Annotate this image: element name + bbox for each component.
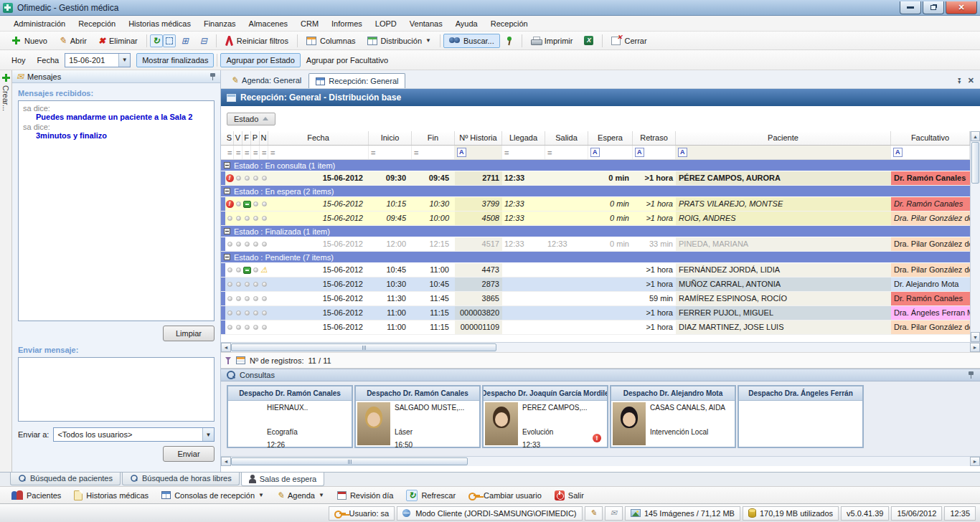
filter-cell[interactable]: = [242,146,251,159]
table-row[interactable]: 15-06-2012 10:45 11:00 4473 >1 hora FERN… [221,263,970,277]
abrir-button[interactable]: Abrir [53,32,93,49]
filter-cell[interactable]: A [891,146,970,159]
excel-export-button[interactable] [578,33,599,48]
menu-item-finanzas[interactable]: Finanzas [197,17,242,30]
vertical-scrollbar[interactable]: ▲ ▼ [970,131,980,342]
filter-cell[interactable]: = [502,146,545,159]
group-by-estado-chip[interactable]: Estado [227,113,275,125]
filter-cell[interactable]: A [588,146,633,159]
filter-cell[interactable]: = [545,146,588,159]
menu-item-lopd[interactable]: LOPD [369,17,403,30]
table-row[interactable]: 15-06-2012 11:00 11:15 000003820 >1 hora… [221,306,970,321]
column-header-retraso[interactable]: Retraso [633,131,676,145]
scrollbar-thumb[interactable] [231,457,468,465]
column-header-historia[interactable]: Nº Historia [455,131,502,145]
eliminar-button[interactable]: Eliminar [93,33,143,49]
column-header-n[interactable]: N [260,131,268,145]
table-row[interactable]: 15-06-2012 09:45 10:00 4508 12:33 0 min … [221,212,970,226]
consulta-card-5[interactable]: Despacho Dra. Ángeles Ferrán [738,385,864,448]
hoy-button[interactable]: Hoy [6,53,32,67]
distribucion-button[interactable]: Distribución▼ [362,34,437,48]
chevron-down-icon[interactable]: ▼ [202,428,214,441]
scrollbar-thumb[interactable] [971,142,979,184]
filter-cell[interactable]: = [251,146,260,159]
crear-label[interactable]: Crear... [1,85,10,111]
menu-item-recepcion[interactable]: Recepción [72,17,122,30]
consultas-horizontal-scrollbar[interactable]: ◄ ► [221,456,980,466]
filter-cell[interactable]: = [260,146,268,159]
column-header-p[interactable]: P [251,131,260,145]
column-header-llegada[interactable]: Llegada [502,131,545,145]
scroll-right-icon[interactable]: ► [970,343,980,352]
group-row-en-espera[interactable]: Estado : En espera (2 items) [221,186,970,197]
consulta-card-3[interactable]: Despacho Dr. Joaquín García Mordile PÉRE… [482,385,608,448]
collapse-groups-button[interactable] [194,33,213,49]
historias-medicas-button[interactable]: Historias médicas [68,488,154,503]
chevron-down-icon[interactable]: ▼ [118,54,130,67]
table-row[interactable]: 15-06-2012 09:30 09:45 2711 12:33 0 min … [221,171,970,186]
pin-icon[interactable] [968,371,974,379]
filter-cell[interactable]: = [369,146,412,159]
menu-item-ventanas[interactable]: Ventanas [403,17,449,30]
tab-recepcion-general[interactable]: Recepción: General [308,73,405,88]
scroll-left-icon[interactable]: ◄ [221,343,231,352]
collapse-icon[interactable] [224,254,230,260]
scroll-left-icon[interactable]: ◄ [221,457,231,466]
filter-cell[interactable]: = [234,146,242,159]
group-row-pendiente[interactable]: Estado : Pendiente (7 items) [221,252,970,263]
message-input[interactable] [18,357,215,422]
tab-list-icon[interactable]: ▼▼ [957,78,962,84]
columnas-button[interactable]: Columnas [301,34,362,48]
pin-button[interactable] [500,33,519,48]
column-header-f[interactable]: F [242,131,251,145]
status-edit-button[interactable] [585,506,603,521]
table-row[interactable]: 15-06-2012 11:30 11:45 3865 59 min RAMÍR… [221,292,970,306]
fecha-combobox[interactable]: 15-06-201 ▼ [65,53,131,67]
expand-groups-button[interactable] [176,33,194,49]
table-row[interactable]: 15-06-2012 12:00 12:15 4517 12:33 12:33 … [221,237,970,252]
menu-item-recepcion-2[interactable]: Recepción [484,17,534,30]
collapse-icon[interactable] [224,162,230,169]
imprimir-button[interactable]: Imprimir [525,34,579,48]
tab-busqueda-pacientes[interactable]: Búsqueda de pacientes [10,473,121,485]
scroll-up-icon[interactable]: ▲ [971,131,980,141]
buscar-button[interactable]: Buscar... [443,34,500,48]
consulta-card-1[interactable]: Despacho Dr. Ramón Canales HIERNAUX.. Ec… [227,385,353,448]
pacientes-button[interactable]: Pacientes [6,488,67,503]
close-button[interactable]: ✕ [946,1,977,14]
tab-agenda-general[interactable]: Agenda: General [224,72,308,88]
filter-cell[interactable]: = [225,146,234,159]
menu-item-historias-medicas[interactable]: Historias médicas [122,17,197,30]
menu-item-informes[interactable]: Informes [325,17,369,30]
agrupar-facultativo-button[interactable]: Agrupar por Facultativo [301,53,394,67]
column-header-paciente[interactable]: Paciente [676,131,891,145]
consulta-card-4[interactable]: Despacho Dr. Alejandro Mota CASAS CANALS… [610,385,736,448]
filter-cell[interactable]: A [633,146,676,159]
menu-item-ayuda[interactable]: Ayuda [449,17,484,30]
received-messages-box[interactable]: sa dice: Puedes mandarme un paciente a l… [18,100,215,321]
enviar-button[interactable]: Enviar [163,446,215,462]
pin-icon[interactable] [209,72,216,81]
revision-dia-button[interactable]: Revisión día [331,488,400,503]
reiniciar-filtros-button[interactable]: Reiniciar filtros [220,33,294,49]
restore-button[interactable] [923,1,944,14]
collapse-icon[interactable] [224,188,230,194]
horizontal-scrollbar[interactable]: ◄ ► [221,342,980,352]
column-header-s[interactable]: S [225,131,234,145]
table-row[interactable]: 15-06-2012 10:15 10:30 3799 12:33 0 min … [221,197,970,212]
group-row-en-consulta[interactable]: Estado : En consulta (1 item) [221,160,970,171]
filter-cell[interactable]: A [455,146,502,159]
selection-mode-button[interactable] [163,34,176,47]
filter-cell[interactable]: = [412,146,455,159]
refresh-grid-button[interactable] [150,34,163,47]
cambiar-usuario-button[interactable]: Cambiar usuario [463,488,547,503]
column-header-salida[interactable]: Salida [545,131,588,145]
consolas-recepcion-button[interactable]: Consolas de recepción▼ [156,488,270,503]
column-header-fecha[interactable]: Fecha [268,131,369,145]
salir-button[interactable]: Salir [549,488,590,503]
status-mail-button[interactable] [605,506,623,521]
nuevo-button[interactable]: Nuevo [6,33,53,48]
scrollbar-thumb[interactable] [231,343,496,351]
tab-busqueda-horas-libres[interactable]: Búsqueda de horas libres [122,473,240,485]
menu-item-crm[interactable]: CRM [294,17,325,30]
